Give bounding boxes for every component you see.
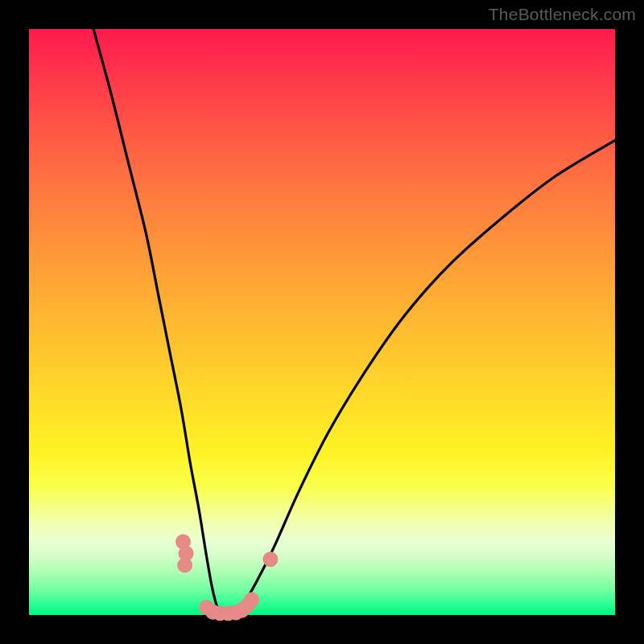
data-marker <box>262 551 278 567</box>
chart-frame: TheBottleneck.com <box>0 0 644 644</box>
marker-group <box>175 535 278 621</box>
chart-svg <box>29 29 615 615</box>
data-marker <box>244 592 259 608</box>
data-marker <box>177 558 192 573</box>
bottleneck-curve <box>93 29 615 615</box>
watermark-text: TheBottleneck.com <box>489 5 636 24</box>
plot-area <box>29 29 615 615</box>
